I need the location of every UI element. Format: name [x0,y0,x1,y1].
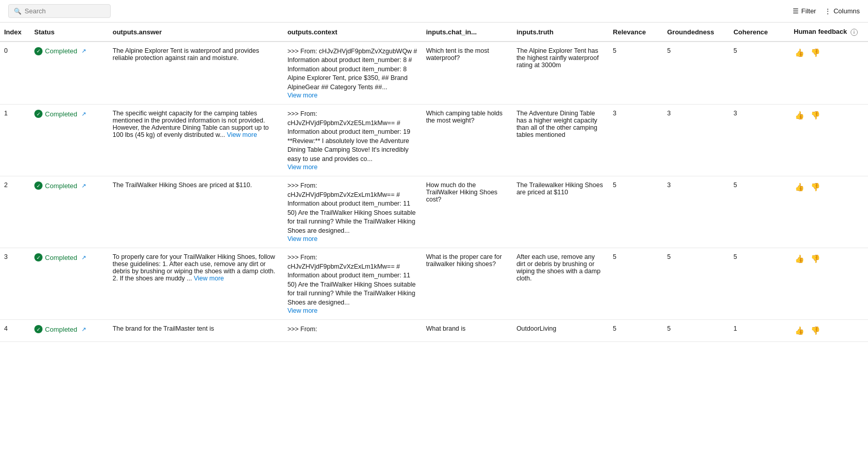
search-icon: 🔍 [14,8,22,15]
cell-context: >>> From: cHJvZHVjdF9pbmZvXzgubWQw # Inf… [283,42,422,105]
status-badge: ✓ Completed ↗ [34,253,86,261]
cell-status: ✓ Completed ↗ [30,320,109,342]
table-row: 4 ✓ Completed ↗ The brand for the TrailM… [0,320,868,342]
columns-button[interactable]: ⋮ Columns [824,7,860,15]
status-badge: ✓ Completed ↗ [34,325,86,333]
external-link-icon[interactable]: ↗ [81,48,86,54]
filter-label: Filter [801,7,816,15]
filter-button[interactable]: ☰ Filter [793,7,816,15]
status-label: Completed [45,254,77,261]
external-link-icon[interactable]: ↗ [81,111,86,117]
status-label: Completed [45,182,77,190]
external-link-icon[interactable]: ↗ [81,183,86,189]
feedback-buttons: 👍 👎 [794,47,864,58]
cell-truth: After each use, remove any dirt or debri… [512,248,609,320]
external-link-icon[interactable]: ↗ [81,326,86,333]
filter-icon: ☰ [793,7,799,15]
completed-icon: ✓ [34,110,43,118]
cell-coherence: 3 [729,105,790,176]
cell-truth: The Alpine Explorer Tent has the highest… [512,42,609,105]
feedback-info-icon[interactable]: i [851,29,858,36]
thumbs-down-button[interactable]: 👎 [810,325,821,336]
cell-status: ✓ Completed ↗ [30,105,109,176]
thumbs-down-button[interactable]: 👎 [810,181,821,193]
cell-relevance: 5 [609,248,663,320]
completed-icon: ✓ [34,181,43,190]
cell-index: 3 [0,248,30,320]
cell-chat-in: How much do the TrailWalker Hiking Shoes… [422,176,512,248]
feedback-buttons: 👍 👎 [794,110,864,121]
thumbs-down-button[interactable]: 👎 [810,47,821,58]
cell-feedback: 👍 👎 [790,176,868,248]
cell-feedback: 👍 👎 [790,248,868,320]
thumbs-up-button[interactable]: 👍 [794,181,805,193]
thumbs-up-button[interactable]: 👍 [794,47,805,58]
cell-coherence: 5 [729,42,790,105]
cell-truth: The Trailewalker Hiking Shoes are priced… [512,176,609,248]
cell-context: >>> From: cHJvZHVjdF9pbmZvXzExLm1kMw== #… [283,248,422,320]
top-actions: ☰ Filter ⋮ Columns [793,7,860,15]
context-text: >>> From: cHJvZHVjdF9pbmZvXzExLm1kMw== #… [287,182,416,234]
feedback-buttons: 👍 👎 [794,325,864,336]
context-text: >>> From: [287,326,317,333]
top-bar: 🔍 ☰ Filter ⋮ Columns [0,0,868,23]
cell-coherence: 5 [729,248,790,320]
cell-groundedness: 5 [663,42,729,105]
col-header-chat-in: inputs.chat_in... [422,23,512,42]
search-box[interactable]: 🔍 [8,4,111,18]
cell-chat-in: What brand is [422,320,512,342]
table-row: 1 ✓ Completed ↗ The specific weight capa… [0,105,868,176]
cell-answer: The Alpine Explorer Tent is waterproof a… [109,42,283,105]
feedback-buttons: 👍 👎 [794,181,864,193]
context-view-more[interactable]: View more [287,164,318,171]
cell-context: >>> From: [283,320,422,342]
cell-status: ✓ Completed ↗ [30,176,109,248]
cell-context: >>> From: cHJvZHVjdF9pbmZvXzE5Lm1kMw== #… [283,105,422,176]
status-badge: ✓ Completed ↗ [34,110,86,118]
completed-icon: ✓ [34,325,43,333]
col-header-context: outputs.context [283,23,422,42]
cell-answer: The TrailWalker Hiking Shoes are priced … [109,176,283,248]
status-badge: ✓ Completed ↗ [34,181,86,190]
thumbs-down-button[interactable]: 👎 [810,253,821,265]
cell-feedback: 👍 👎 [790,320,868,342]
table-row: 2 ✓ Completed ↗ The TrailWalker Hiking S… [0,176,868,248]
context-view-more[interactable]: View more [287,92,318,99]
external-link-icon[interactable]: ↗ [81,254,86,261]
context-view-more[interactable]: View more [287,307,318,314]
thumbs-up-button[interactable]: 👍 [794,110,805,121]
answer-view-more[interactable]: View more [194,275,224,282]
status-label: Completed [45,47,77,55]
cell-relevance: 5 [609,176,663,248]
col-header-truth: inputs.truth [512,23,609,42]
cell-truth: The Adventure Dining Table has a higher … [512,105,609,176]
col-header-relevance: Relevance [609,23,663,42]
search-input[interactable] [25,7,105,15]
thumbs-up-button[interactable]: 👍 [794,253,805,265]
answer-view-more[interactable]: View more [227,131,257,138]
columns-icon: ⋮ [824,7,831,15]
thumbs-down-button[interactable]: 👎 [810,110,821,121]
cell-index: 4 [0,320,30,342]
cell-index: 1 [0,105,30,176]
answer-text: The TrailWalker Hiking Shoes are priced … [113,181,252,189]
cell-chat-in: Which tent is the most waterproof? [422,42,512,105]
cell-groundedness: 5 [663,320,729,342]
cell-relevance: 3 [609,105,663,176]
thumbs-up-button[interactable]: 👍 [794,325,805,336]
col-header-index: Index [0,23,30,42]
col-header-feedback: Human feedback i [790,23,868,42]
columns-label: Columns [834,7,860,15]
feedback-buttons: 👍 👎 [794,253,864,265]
answer-text: The Alpine Explorer Tent is waterproof a… [113,47,259,62]
cell-coherence: 5 [729,176,790,248]
table-header-row: Index Status outputs.answer outputs.cont… [0,23,868,42]
cell-groundedness: 3 [663,176,729,248]
answer-text: The brand for the TrailMaster tent is [113,325,214,332]
cell-chat-in: What is the proper care for trailwalker … [422,248,512,320]
results-table: Index Status outputs.answer outputs.cont… [0,23,868,342]
context-view-more[interactable]: View more [287,235,318,242]
cell-truth: OutdoorLiving [512,320,609,342]
cell-feedback: 👍 👎 [790,42,868,105]
cell-index: 0 [0,42,30,105]
